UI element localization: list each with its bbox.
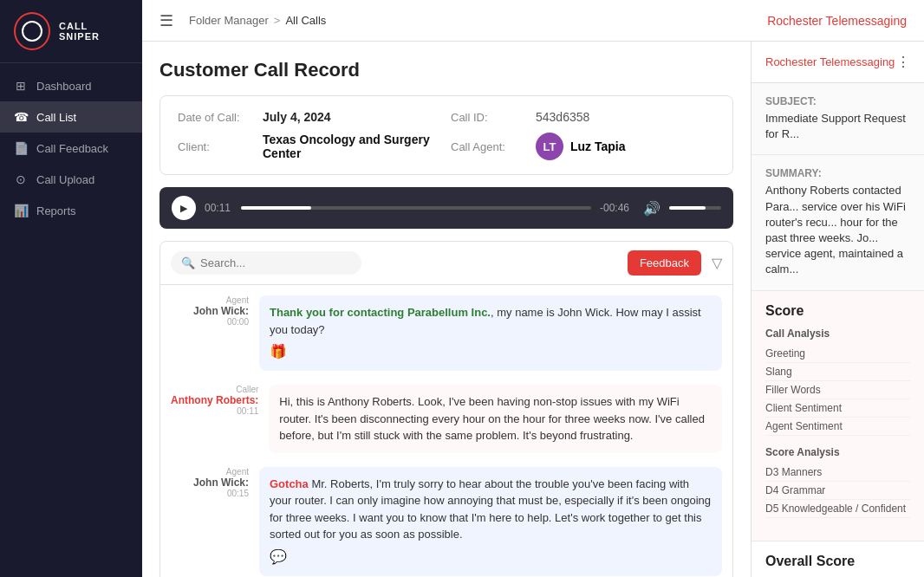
avatar: LT bbox=[536, 133, 563, 160]
message-time: 00:00 bbox=[171, 317, 249, 327]
call-meta-card: Date of Call: July 4, 2024 Call ID: 543d… bbox=[159, 95, 733, 175]
message-bubble: Gotcha Mr. Roberts, I'm truly sorry to h… bbox=[259, 467, 722, 576]
overall-score-section: Overall Score bbox=[752, 541, 924, 578]
score-item-greeting: Greeting bbox=[765, 345, 910, 363]
logo-area: CALL SNIPER bbox=[0, 0, 142, 63]
sidebar-item-label-reports: Reports bbox=[36, 204, 76, 217]
message-emoji: 💬 bbox=[270, 547, 287, 567]
message-name: John Wick: bbox=[171, 477, 249, 489]
right-panel: Rochester Telemessaging ⋮ Subject: Immed… bbox=[751, 42, 924, 577]
sidebar-item-label-call-list: Call List bbox=[36, 111, 76, 124]
score-analysis-title: Score Analysis bbox=[765, 446, 910, 458]
volume-icon[interactable]: 🔊 bbox=[643, 200, 660, 217]
transcript-messages: Agent John Wick: 00:00 Thank you for con… bbox=[160, 285, 732, 577]
sidebar-item-reports[interactable]: 📊 Reports bbox=[0, 195, 142, 226]
sidebar-item-dashboard[interactable]: ⊞ Dashboard bbox=[0, 70, 142, 101]
date-label: Date of Call: bbox=[178, 111, 256, 124]
subject-label: Subject: bbox=[765, 95, 910, 107]
date-value: July 4, 2024 bbox=[263, 110, 331, 124]
company-name-right: Rochester Telemessaging bbox=[765, 55, 895, 68]
agent-name: Luz Tapia bbox=[570, 139, 626, 153]
message-block: Caller Anthony Roberts: 00:11 Hi, this i… bbox=[171, 385, 722, 453]
call-feedback-icon: 📄 bbox=[14, 141, 28, 155]
sidebar-item-call-feedback[interactable]: 📄 Call Feedback bbox=[0, 133, 142, 164]
score-item-client-sentiment: Client Sentiment bbox=[765, 399, 910, 418]
message-bubble: Hi, this is Anthony Roberts. Look, I've … bbox=[269, 385, 722, 453]
message-name: Anthony Roberts: bbox=[171, 394, 258, 406]
sidebar: CALL SNIPER ⊞ Dashboard ☎ Call List 📄 Ca… bbox=[0, 0, 142, 577]
play-button[interactable]: ▶ bbox=[172, 196, 196, 220]
highlight-text: Thank you for contacting Parabellum Inc. bbox=[270, 306, 491, 319]
sidebar-item-call-list[interactable]: ☎ Call List bbox=[0, 101, 142, 133]
volume-slider[interactable] bbox=[669, 206, 721, 210]
breadcrumb-all-calls: All Calls bbox=[285, 14, 326, 27]
message-meta: Agent John Wick: 00:00 bbox=[171, 295, 249, 371]
dashboard-icon: ⊞ bbox=[14, 79, 28, 93]
logo-text: CALL SNIPER bbox=[59, 21, 128, 42]
message-block: Agent John Wick: 00:15 Gotcha Mr. Robert… bbox=[171, 467, 722, 576]
message-emoji: 🎁 bbox=[270, 341, 287, 362]
search-input[interactable] bbox=[200, 256, 351, 269]
main-area: ☰ Folder Manager > All Calls Rochester T… bbox=[142, 0, 924, 577]
sidebar-item-label-call-upload: Call Upload bbox=[36, 173, 94, 186]
message-bubble: Thank you for contacting Parabellum Inc.… bbox=[259, 295, 722, 371]
subject-section: Subject: Immediate Support Request for R… bbox=[752, 83, 924, 155]
filter-icon[interactable]: ▽ bbox=[712, 255, 722, 271]
reports-icon: 📊 bbox=[14, 204, 28, 217]
agent-row: Call Agent: LT Luz Tapia bbox=[451, 133, 715, 160]
audio-progress-fill bbox=[241, 206, 311, 210]
summary-label: Summary: bbox=[765, 167, 910, 179]
company-name-header: Rochester Telemessaging bbox=[767, 14, 907, 28]
content-split: Customer Call Record Date of Call: July … bbox=[142, 42, 924, 577]
summary-value: Anthony Roberts contacted Para... servic… bbox=[765, 183, 910, 277]
score-item-filler-words: Filler Words bbox=[765, 381, 910, 399]
search-icon: 🔍 bbox=[181, 256, 195, 269]
breadcrumb-folder-manager[interactable]: Folder Manager bbox=[189, 14, 269, 27]
search-input-wrap: 🔍 bbox=[171, 251, 361, 275]
more-menu-icon[interactable]: ⋮ bbox=[896, 54, 910, 70]
client-value: Texas Oncology and Surgery Center bbox=[263, 133, 442, 160]
message-role: Agent bbox=[171, 467, 249, 477]
right-panel-header: Rochester Telemessaging ⋮ bbox=[752, 42, 924, 83]
breadcrumb: Folder Manager > All Calls bbox=[189, 14, 326, 27]
message-role: Agent bbox=[171, 295, 249, 305]
score-item-manners: D3 Manners bbox=[765, 464, 910, 482]
sidebar-item-label-dashboard: Dashboard bbox=[36, 80, 92, 93]
call-record-area: Customer Call Record Date of Call: July … bbox=[142, 42, 751, 577]
message-name: John Wick: bbox=[171, 305, 249, 317]
sidebar-item-label-call-feedback: Call Feedback bbox=[36, 142, 108, 155]
highlight-text: Gotcha bbox=[270, 477, 309, 490]
feedback-button[interactable]: Feedback bbox=[628, 250, 701, 276]
score-title: Score bbox=[765, 303, 910, 319]
call-analysis-category: Call Analysis Greeting Slang Filler Word… bbox=[765, 327, 910, 436]
summary-section: Summary: Anthony Roberts contacted Para.… bbox=[752, 155, 924, 290]
hamburger-menu-icon[interactable]: ☰ bbox=[159, 11, 173, 30]
call-id-label: Call ID: bbox=[451, 111, 529, 124]
page-title: Customer Call Record bbox=[159, 59, 733, 81]
score-item-grammar: D4 Grammar bbox=[765, 482, 910, 500]
message-block: Agent John Wick: 00:00 Thank you for con… bbox=[171, 295, 722, 371]
audio-time-current: 00:11 bbox=[205, 202, 232, 214]
transcript-search-bar: 🔍 Feedback ▽ bbox=[160, 242, 732, 285]
logo-icon bbox=[14, 12, 50, 50]
call-list-icon: ☎ bbox=[14, 110, 28, 124]
message-meta: Agent John Wick: 00:15 bbox=[171, 467, 249, 576]
volume-fill bbox=[669, 206, 706, 210]
audio-time-end: -00:46 bbox=[600, 202, 634, 214]
client-row: Client: Texas Oncology and Surgery Cente… bbox=[178, 133, 442, 160]
message-role: Caller bbox=[171, 385, 258, 394]
date-row: Date of Call: July 4, 2024 bbox=[178, 110, 442, 124]
agent-label: Call Agent: bbox=[451, 140, 529, 153]
message-meta: Caller Anthony Roberts: 00:11 bbox=[171, 385, 258, 453]
subject-value: Immediate Support Request for R... bbox=[765, 111, 910, 142]
score-item-knowledgeable: D5 Knowledgeable / Confident bbox=[765, 500, 910, 518]
message-time: 00:15 bbox=[171, 489, 249, 498]
call-id-row: Call ID: 543d6358 bbox=[451, 110, 715, 124]
sidebar-item-call-upload[interactable]: ⊙ Call Upload bbox=[0, 164, 142, 195]
audio-progress-bar[interactable] bbox=[241, 206, 591, 210]
overall-score-title: Overall Score bbox=[765, 554, 910, 569]
call-upload-icon: ⊙ bbox=[14, 172, 28, 186]
sidebar-nav: ⊞ Dashboard ☎ Call List 📄 Call Feedback … bbox=[0, 63, 142, 577]
score-item-agent-sentiment: Agent Sentiment bbox=[765, 418, 910, 436]
score-item-slang: Slang bbox=[765, 363, 910, 381]
